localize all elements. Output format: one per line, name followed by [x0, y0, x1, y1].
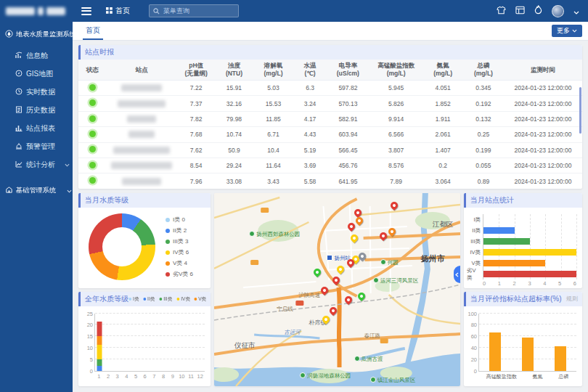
value-cell: 5.945 — [369, 81, 422, 96]
map-pin-yellow[interactable] — [336, 266, 344, 276]
map-pin-orange[interactable] — [388, 228, 396, 238]
legend-item[interactable]: I类 0 — [166, 216, 193, 224]
bar-segment — [97, 336, 102, 346]
legend-item[interactable]: 劣V类 6 — [166, 270, 193, 278]
legend-label: I类 0 — [173, 216, 185, 224]
grid-icon — [106, 7, 113, 15]
map-pin-green[interactable] — [314, 269, 322, 279]
site-cell — [106, 81, 177, 96]
site-cell — [106, 142, 177, 158]
column-header: 站点 — [106, 60, 177, 81]
sidebar-item-history-data[interactable]: 历史数据 — [0, 101, 73, 119]
map-pin-red[interactable] — [330, 307, 338, 317]
column-unit: (mg/L) — [369, 70, 422, 78]
map-collapse-handle[interactable] — [454, 266, 460, 283]
column-header: 总磷(mg/L) — [463, 60, 504, 81]
legend-item[interactable]: IV类 6 — [166, 248, 193, 256]
trend-icon — [15, 52, 23, 60]
more-button[interactable]: 更多 — [552, 25, 582, 37]
y-category-label: II类 — [467, 225, 483, 236]
bar-row — [483, 258, 576, 269]
column-title: 监测时间 — [504, 66, 582, 74]
clock-icon — [15, 88, 23, 97]
sidebar-item-info-hub[interactable]: 信息舱 — [0, 46, 73, 65]
map-pin-green[interactable] — [357, 293, 365, 303]
nav-home[interactable]: 首页 — [106, 6, 130, 16]
theme-shirt-icon[interactable] — [497, 4, 506, 17]
legend-dot — [166, 250, 170, 255]
hbar-chart — [483, 214, 576, 279]
y-tick-label: 20 — [471, 356, 477, 362]
value-cell: 2024-01-23 12:00:00 — [504, 127, 582, 142]
legend-item[interactable]: V类 — [195, 292, 207, 306]
h-bar — [483, 227, 515, 234]
sidebar-item-statistics[interactable]: 统计分析 — [0, 155, 73, 173]
x-tick-label: 2 — [513, 280, 516, 287]
map-pin-red[interactable] — [332, 277, 340, 287]
map-pin-red[interactable] — [379, 232, 387, 242]
legend-item[interactable]: I类 — [128, 292, 139, 306]
legend-label: II类 — [147, 292, 155, 306]
column-header: 电导率(uS/cm) — [327, 60, 369, 81]
menu-search[interactable] — [149, 4, 239, 17]
legend-dot — [166, 272, 170, 277]
legend-label: IV类 6 — [173, 248, 189, 256]
tab-home[interactable]: 首页 — [83, 22, 103, 40]
menu-toggle-icon[interactable] — [81, 7, 91, 15]
sidebar-item-realtime-data[interactable]: 实时数据 — [0, 83, 73, 101]
column-title: 站点 — [106, 66, 177, 74]
map-pin-yellow[interactable] — [350, 234, 358, 245]
map-pin-yellow[interactable] — [322, 316, 330, 326]
x-tick-label: 1 — [498, 280, 501, 287]
map-pin-orange[interactable] — [355, 217, 363, 227]
x-tick-label: 6 — [140, 373, 150, 380]
map-pin-red[interactable] — [321, 287, 329, 297]
value-cell: 582.91 — [327, 111, 369, 126]
map[interactable]: 扬州市江都区仪征市扬州西郊森林公园扬州站何园运河三湾风景区润扬湿地森林公园瓜洲古… — [214, 193, 460, 386]
legend-item[interactable]: V类 4 — [166, 259, 193, 267]
legend-dot — [166, 229, 170, 233]
station-table-body: 7.2215.915.036.3597.825.9454.0510.345202… — [78, 81, 582, 189]
bar-segment — [97, 366, 102, 370]
site-cell — [106, 111, 177, 126]
search-input[interactable] — [162, 7, 234, 15]
legend-item[interactable]: II类 2 — [166, 226, 193, 234]
sidebar-group-base-management[interactable]: 基础管理系统 — [0, 178, 73, 203]
status-dot — [89, 177, 96, 184]
annual-stacked-bar-chart: 0510152025 — [94, 314, 205, 372]
fullscreen-icon[interactable] — [515, 4, 525, 17]
table-scrollbar[interactable] — [579, 87, 581, 134]
x-tick-label: 4 — [543, 280, 546, 287]
map-pin-red[interactable] — [347, 223, 355, 233]
value-cell: 3.69 — [293, 158, 326, 173]
map-pin-red[interactable] — [344, 296, 352, 306]
legend-dot — [166, 261, 170, 266]
history-icon — [15, 106, 23, 115]
value-cell: 2.061 — [422, 127, 463, 142]
flame-icon[interactable] — [534, 4, 542, 17]
status-dot — [89, 99, 96, 106]
legend-item[interactable]: II类 — [143, 292, 155, 306]
bar-row — [483, 247, 576, 258]
value-cell: 1.407 — [422, 142, 463, 158]
legend-item[interactable]: IV类 — [176, 292, 190, 306]
value-cell: 3.064 — [422, 173, 463, 189]
legend-item[interactable]: III类 3 — [166, 237, 193, 245]
chevron-down-icon[interactable] — [573, 4, 579, 17]
value-cell: 9.914 — [369, 111, 422, 126]
y-tick-label: 5 — [90, 356, 93, 362]
x-tick-label: 1 — [94, 373, 104, 380]
sidebar-item-alert-management[interactable]: 预警管理 — [0, 137, 73, 155]
avatar[interactable] — [552, 5, 564, 17]
map-pin-red[interactable] — [390, 202, 398, 212]
legend-item[interactable]: III类 — [159, 292, 172, 306]
value-cell: 2024-01-23 12:00:00 — [504, 111, 582, 126]
sidebar-group-surface-water[interactable]: 地表水质量监测系统 — [0, 22, 73, 46]
x-category-label: 总磷 — [558, 373, 568, 380]
sidebar-item-gis-map[interactable]: GIS地图 — [0, 65, 73, 83]
map-pin-red[interactable] — [346, 259, 354, 269]
value-cell: 7.68 — [177, 127, 215, 142]
rules-link[interactable]: 规则 — [566, 292, 578, 306]
sidebar-item-site-reports[interactable]: 站点报表 — [0, 119, 73, 137]
table-header-row: 状态站点pH值(无量纲)浊度(NTU)溶解氧(mg/L)水温(℃)电导率(uS/… — [78, 60, 582, 81]
